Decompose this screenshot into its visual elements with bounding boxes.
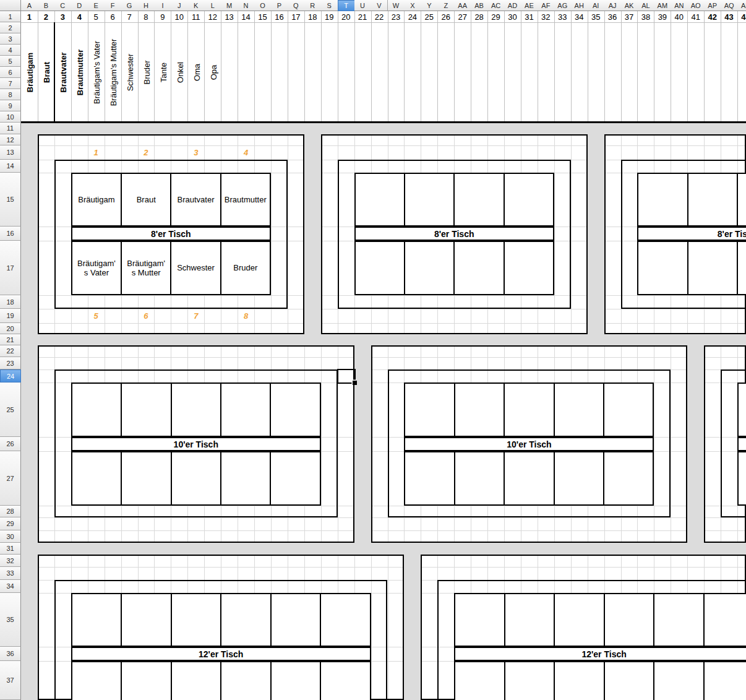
row-header-5[interactable]: 5 <box>0 56 21 67</box>
row-header-4[interactable]: 4 <box>0 45 21 56</box>
seat-cell[interactable]: Bräutigam' s Mutter <box>121 242 170 294</box>
column-number-cell[interactable]: 34 <box>571 11 588 22</box>
seat-cell[interactable] <box>603 384 653 436</box>
column-header-Y[interactable]: Y <box>421 0 438 11</box>
row-header-2[interactable]: 2 <box>0 22 21 33</box>
row-header-8[interactable]: 8 <box>0 89 21 100</box>
seat-cell[interactable] <box>504 594 554 646</box>
column-number-cell[interactable]: 14 <box>238 11 254 22</box>
column-header-V[interactable]: V <box>371 0 388 11</box>
column-number-cell[interactable]: 27 <box>454 11 471 22</box>
seat-cell[interactable] <box>270 662 320 700</box>
seat-cell[interactable] <box>504 452 553 504</box>
column-header-W[interactable]: W <box>388 0 405 11</box>
column-header-AE[interactable]: AE <box>521 0 538 11</box>
row-header-14[interactable]: 14 <box>0 160 21 173</box>
seat-cell[interactable] <box>171 452 220 504</box>
column-number-cell[interactable]: 6 <box>105 11 121 22</box>
column-number-cell[interactable]: 10 <box>171 11 187 22</box>
seat-cell[interactable]: Schwester <box>170 242 220 294</box>
table-label-band[interactable]: 12'er Tisch <box>71 647 371 661</box>
seat-cell[interactable] <box>737 174 746 225</box>
column-header-E[interactable]: E <box>88 0 105 11</box>
column-number-cell[interactable]: 12 <box>204 11 221 22</box>
seat-cell[interactable] <box>739 384 746 436</box>
seat-cell[interactable] <box>356 242 404 294</box>
seat-cell[interactable] <box>270 384 319 436</box>
column-number-cell[interactable]: 35 <box>588 11 604 22</box>
seat-cell[interactable] <box>171 594 220 646</box>
column-header-B[interactable]: B <box>38 0 55 11</box>
seat-cell[interactable] <box>703 662 746 700</box>
column-header-K[interactable]: K <box>187 0 205 11</box>
column-header-R[interactable]: R <box>304 0 322 11</box>
seat-cell[interactable] <box>687 174 737 225</box>
column-header-AQ[interactable]: AQ <box>721 0 738 11</box>
seat-cell[interactable]: Brautmutter <box>220 174 270 225</box>
column-number-cell[interactable]: 19 <box>321 11 338 22</box>
seat-cell[interactable] <box>405 384 453 436</box>
row-header-12[interactable]: 12 <box>0 134 21 145</box>
column-header-G[interactable]: G <box>121 0 139 11</box>
column-header-L[interactable]: L <box>204 0 221 11</box>
seat-cell[interactable] <box>604 594 653 646</box>
column-number-cell[interactable]: 39 <box>654 11 671 22</box>
seat-cell[interactable] <box>220 384 270 436</box>
row-header-20[interactable]: 20 <box>0 323 21 334</box>
seat-cell[interactable] <box>270 452 319 504</box>
column-header-S[interactable]: S <box>321 0 338 11</box>
fill-handle[interactable] <box>353 381 357 385</box>
column-header-O[interactable]: O <box>254 0 272 11</box>
row-header-22[interactable]: 22 <box>0 345 21 357</box>
column-number-cell[interactable]: 9 <box>154 11 171 22</box>
seat-cell[interactable] <box>171 384 220 436</box>
seat-cell[interactable] <box>121 452 170 504</box>
seat-cell[interactable] <box>72 384 121 436</box>
column-number-cell[interactable]: 21 <box>354 11 371 22</box>
column-number-cell[interactable]: 40 <box>671 11 687 22</box>
table-label-band[interactable]: 10'er Tisch <box>71 437 321 451</box>
column-number-cell[interactable]: 36 <box>604 11 621 22</box>
column-number-cell[interactable]: 42 <box>704 11 721 22</box>
seat-cell[interactable]: Brautvater <box>170 174 220 225</box>
column-number-cell[interactable]: 37 <box>621 11 638 22</box>
row-header-26[interactable]: 26 <box>0 437 21 451</box>
column-header-A[interactable]: A <box>21 0 38 11</box>
seat-cell[interactable] <box>638 242 687 294</box>
column-header-AA[interactable]: AA <box>454 0 471 11</box>
seat-cell[interactable] <box>453 242 503 294</box>
row-header-13[interactable]: 13 <box>0 145 21 160</box>
column-header-Q[interactable]: Q <box>288 0 305 11</box>
column-header-AN[interactable]: AN <box>671 0 688 11</box>
row-header-29[interactable]: 29 <box>0 517 21 530</box>
seat-cell[interactable] <box>270 594 320 646</box>
seat-cell[interactable] <box>687 242 737 294</box>
seat-cell[interactable] <box>603 452 653 504</box>
column-header-AB[interactable]: AB <box>471 0 488 11</box>
seat-cell[interactable] <box>121 662 170 700</box>
row-header-34[interactable]: 34 <box>0 580 21 593</box>
seat-cell[interactable] <box>455 594 504 646</box>
column-number-cell[interactable]: 1 <box>21 11 38 22</box>
seat-cell[interactable] <box>739 452 746 504</box>
column-number-cell[interactable]: 15 <box>254 11 271 22</box>
table-label-band[interactable]: 10'er Tisch <box>404 437 654 451</box>
column-header-AG[interactable]: AG <box>554 0 572 11</box>
seat-cell[interactable] <box>504 662 554 700</box>
seat-cell[interactable] <box>554 452 603 504</box>
column-number-cell[interactable]: 33 <box>554 11 571 22</box>
column-header-AF[interactable]: AF <box>538 0 555 11</box>
column-number-cell[interactable]: 17 <box>288 11 304 22</box>
table-label-band[interactable]: 8'er Tisch <box>71 227 271 241</box>
seat-cell[interactable] <box>554 594 603 646</box>
row-header-16[interactable]: 16 <box>0 227 21 241</box>
row-header-15[interactable]: 15 <box>0 173 21 227</box>
seat-cell[interactable] <box>72 452 121 504</box>
column-header-C[interactable]: C <box>54 0 72 11</box>
row-header-7[interactable]: 7 <box>0 78 21 89</box>
row-header-11[interactable]: 11 <box>0 123 21 134</box>
seat-cell[interactable] <box>171 662 220 700</box>
row-header-36[interactable]: 36 <box>0 647 21 661</box>
column-number-cell[interactable]: 16 <box>271 11 288 22</box>
seat-cell[interactable] <box>220 452 270 504</box>
